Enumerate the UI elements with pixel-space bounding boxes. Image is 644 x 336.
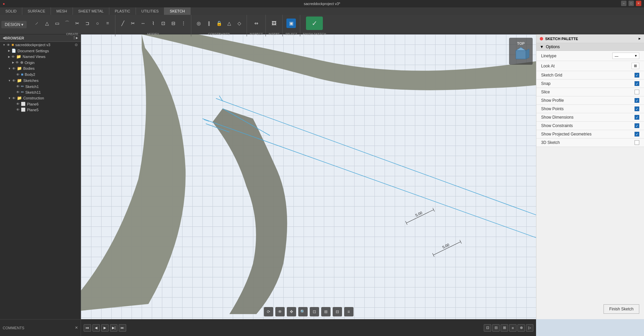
tab-sketch[interactable]: SKETCH bbox=[164, 7, 191, 15]
collinear-tool[interactable]: ∥ bbox=[204, 19, 214, 28]
tab-mesh[interactable]: MESH bbox=[51, 7, 73, 15]
show-dimensions-checkbox[interactable]: ✓ bbox=[635, 115, 639, 120]
triangle-tool[interactable]: △ bbox=[42, 19, 52, 28]
browser-label: Document Settings bbox=[18, 49, 49, 53]
prev-start-button[interactable]: ⏮ bbox=[84, 324, 91, 332]
parallel-tool[interactable]: ◇ bbox=[234, 19, 244, 28]
visibility-icon[interactable]: 👁 bbox=[16, 73, 20, 77]
browser-project-root[interactable]: ▼ 👁 ■ sacreddockproject v3 ⚙ bbox=[0, 42, 81, 48]
browser-item-construction[interactable]: ▼ 👁 📁 Construction bbox=[0, 95, 81, 101]
sketch-grid-checkbox[interactable]: ✓ bbox=[635, 73, 639, 78]
arc-tool[interactable]: ⌒ bbox=[62, 19, 72, 28]
browser-item-plane6[interactable]: 👁 ⬜ Plane6 bbox=[0, 101, 81, 107]
rect-tool[interactable]: ▭ bbox=[52, 19, 62, 28]
settings-gear-icon[interactable]: ⚙ bbox=[75, 43, 78, 47]
finish-sketch-button[interactable]: Finish Sketch bbox=[604, 304, 639, 314]
timeline-tool-3[interactable]: ⊞ bbox=[501, 324, 508, 332]
fit-button[interactable]: ⊡ bbox=[310, 307, 319, 316]
timeline-tool-4[interactable]: ≡ bbox=[509, 324, 516, 332]
canvas-area[interactable]: 5.00 5.00 TOP ⟳ 👁 ✥ 🔍 ⊡ ⊞ ⊟ ≡ bbox=[81, 34, 536, 319]
show-constraints-checkbox[interactable]: ✓ bbox=[635, 123, 639, 128]
browser-item-named-views[interactable]: ▶ 👁 📁 Named Views bbox=[0, 54, 81, 60]
circle-tool[interactable]: ○ bbox=[93, 19, 102, 28]
tangent-tool[interactable]: △ bbox=[224, 19, 234, 28]
tab-sheetmetal[interactable]: SHEET METAL bbox=[73, 7, 109, 15]
zoom-button[interactable]: 🔍 bbox=[298, 307, 308, 316]
grid-display-button[interactable]: ⊟ bbox=[333, 307, 342, 316]
trim-tool[interactable]: ✂ bbox=[128, 19, 138, 28]
finish-sketch-checkmark[interactable]: ✓ bbox=[306, 17, 323, 30]
browser-item-sketch1[interactable]: 👁 ✏ Sketch1 bbox=[0, 84, 81, 89]
viewcube[interactable]: TOP bbox=[509, 38, 533, 65]
browser-item-bodies[interactable]: ▼ 👁 📁 Bodies bbox=[0, 65, 81, 71]
browser-item-origin[interactable]: ▶ 👁 ⊕ Origin bbox=[0, 60, 81, 65]
visibility-icon[interactable]: 👁 bbox=[7, 43, 10, 47]
visibility-icon[interactable]: 👁 bbox=[16, 108, 20, 112]
visibility-icon[interactable]: 👁 bbox=[16, 61, 19, 64]
browser-item-plane5[interactable]: 👁 ⬜ Plane5 bbox=[0, 107, 81, 113]
palette-collapse-icon[interactable]: ▸ bbox=[639, 36, 641, 41]
measure-tool[interactable]: ⇔ bbox=[252, 19, 261, 28]
timeline-tool-6[interactable]: ▷ bbox=[526, 324, 533, 332]
offset-modify-tool[interactable]: ⊟ bbox=[169, 19, 178, 28]
tab-utilities[interactable]: UTILITIES bbox=[136, 7, 164, 15]
tab-plastic[interactable]: PLASTIC bbox=[109, 7, 136, 15]
browser-item-sketch11[interactable]: 👁 ✏ Sketch11 bbox=[0, 89, 81, 95]
timeline-tool-2[interactable]: ⊟ bbox=[492, 324, 500, 332]
browser-item-body2[interactable]: 👁 ■ Body2 bbox=[0, 71, 81, 78]
offset-tool[interactable]: ⊐ bbox=[83, 19, 92, 28]
visibility-icon[interactable]: 👁 bbox=[12, 96, 16, 100]
design-dropdown[interactable]: DESIGN ▾ bbox=[1, 21, 27, 28]
coincident-tool[interactable]: ◎ bbox=[194, 19, 203, 28]
fillet-tool[interactable]: ╱ bbox=[118, 19, 128, 28]
pan-button[interactable]: ✥ bbox=[287, 307, 296, 316]
extend-tool[interactable]: ↔ bbox=[138, 19, 148, 28]
maximize-button[interactable]: □ bbox=[628, 1, 634, 6]
play-button[interactable]: ▶ bbox=[101, 324, 109, 332]
equals-tool[interactable]: = bbox=[103, 19, 112, 28]
look-at-button[interactable]: ⊞ bbox=[632, 63, 639, 69]
cut-tool[interactable]: ✂ bbox=[73, 19, 82, 28]
browser-item-sketches[interactable]: ▼ 👁 📁 Sketches bbox=[0, 78, 81, 84]
timeline-tool-5[interactable]: ⊕ bbox=[517, 324, 525, 332]
visibility-icon[interactable]: 👁 bbox=[16, 85, 20, 88]
select-tool[interactable]: ▣ bbox=[286, 19, 296, 28]
browser-item-document-settings[interactable]: ▶ 📄 Document Settings bbox=[0, 48, 81, 54]
pattern-tool[interactable]: ⋮ bbox=[179, 19, 188, 28]
insert-image-tool[interactable]: 🖼 bbox=[269, 19, 279, 28]
prev-button[interactable]: ◀ bbox=[92, 324, 100, 332]
3d-sketch-checkbox[interactable] bbox=[635, 140, 639, 145]
show-profile-checkbox[interactable]: ✓ bbox=[635, 98, 639, 103]
tab-solid[interactable]: SOLID bbox=[0, 7, 22, 15]
visibility-icon[interactable]: 👁 bbox=[12, 79, 16, 83]
comments-close-icon[interactable]: ✕ bbox=[75, 326, 78, 330]
scale-tool[interactable]: ⊡ bbox=[159, 19, 168, 28]
browser-options-icon[interactable]: ⋮ bbox=[72, 36, 76, 40]
slice-checkbox[interactable] bbox=[635, 90, 639, 94]
snap-checkbox[interactable]: ✓ bbox=[635, 81, 639, 86]
show-points-checkbox[interactable]: ✓ bbox=[635, 106, 639, 111]
orbit-button[interactable]: ⟳ bbox=[264, 307, 273, 316]
slice-label: Slice bbox=[541, 90, 550, 94]
next-button[interactable]: ▶| bbox=[110, 324, 117, 332]
tab-surface[interactable]: SURFACE bbox=[22, 7, 51, 15]
visibility-icon[interactable]: 👁 bbox=[12, 67, 16, 70]
minimize-button[interactable]: − bbox=[621, 1, 626, 6]
close-button[interactable]: ✕ bbox=[636, 1, 641, 6]
palette-dot bbox=[540, 37, 543, 40]
show-projected-checkbox[interactable]: ✓ bbox=[635, 132, 639, 136]
options-header[interactable]: ▼ Options bbox=[536, 43, 644, 51]
break-tool[interactable]: ⌇ bbox=[148, 19, 158, 28]
settings-button[interactable]: ≡ bbox=[344, 307, 354, 316]
timeline-tool-1[interactable]: ⊡ bbox=[484, 324, 491, 332]
visibility-icon[interactable]: 👁 bbox=[11, 55, 15, 59]
display-mode-button[interactable]: ⊞ bbox=[321, 307, 331, 316]
look-button[interactable]: 👁 bbox=[275, 307, 285, 316]
visibility-icon[interactable]: 👁 bbox=[16, 90, 20, 94]
browser-expand-icon[interactable]: ▸ bbox=[76, 36, 78, 40]
visibility-icon[interactable]: 👁 bbox=[16, 102, 20, 106]
next-end-button[interactable]: ⏭ bbox=[119, 324, 126, 332]
lock-tool[interactable]: 🔒 bbox=[214, 19, 224, 28]
line-tool[interactable]: ⟋ bbox=[32, 19, 41, 28]
linetype-select[interactable]: — ▾ bbox=[612, 53, 639, 59]
